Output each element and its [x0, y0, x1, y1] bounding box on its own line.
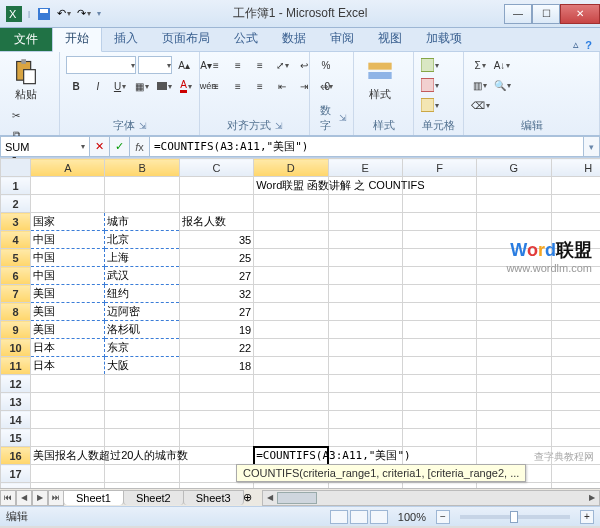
- orientation-icon[interactable]: ⤢▾: [272, 56, 292, 74]
- cell-A13[interactable]: [31, 393, 105, 411]
- row-header-9[interactable]: 9: [1, 321, 31, 339]
- cell-E11[interactable]: [328, 357, 402, 375]
- styles-button[interactable]: 样式: [360, 56, 400, 102]
- cell-H11[interactable]: [551, 357, 600, 375]
- delete-cell-icon[interactable]: ▾: [420, 76, 440, 94]
- cancel-formula-icon[interactable]: ✕: [90, 136, 110, 157]
- paste-button[interactable]: 粘贴: [6, 56, 46, 102]
- cell-E6[interactable]: [328, 267, 402, 285]
- find-select-icon[interactable]: 🔍▾: [492, 76, 512, 94]
- col-header-G[interactable]: G: [477, 159, 551, 177]
- cell-F4[interactable]: [402, 231, 476, 249]
- cell-E10[interactable]: [328, 339, 402, 357]
- redo-icon[interactable]: ↷▾: [76, 6, 92, 22]
- col-header-E[interactable]: E: [328, 159, 402, 177]
- font-launcher-icon[interactable]: ⇲: [139, 121, 147, 131]
- formula-bar-expand-icon[interactable]: ▾: [584, 136, 600, 157]
- cell-E8[interactable]: [328, 303, 402, 321]
- cell-B7[interactable]: 纽约: [105, 285, 179, 303]
- row-header-14[interactable]: 14: [1, 411, 31, 429]
- row-header-1[interactable]: 1: [1, 177, 31, 195]
- minimize-button[interactable]: —: [504, 4, 532, 24]
- cell-G12[interactable]: [477, 375, 551, 393]
- cell-E9[interactable]: [328, 321, 402, 339]
- sort-filter-icon[interactable]: A↓▾: [492, 56, 512, 74]
- cell-A11[interactable]: 日本: [31, 357, 105, 375]
- cell-G8[interactable]: [477, 303, 551, 321]
- cell-B13[interactable]: [105, 393, 179, 411]
- cell-H3[interactable]: [551, 213, 600, 231]
- cell-B4[interactable]: 北京: [105, 231, 179, 249]
- cell-D8[interactable]: [254, 303, 328, 321]
- cell-B17[interactable]: [105, 465, 179, 483]
- number-launcher-icon[interactable]: ⇲: [339, 113, 347, 123]
- col-header-B[interactable]: B: [105, 159, 179, 177]
- cell-B1[interactable]: [105, 177, 179, 195]
- cell-G6[interactable]: [477, 267, 551, 285]
- cell-E13[interactable]: [328, 393, 402, 411]
- cell-D13[interactable]: [254, 393, 328, 411]
- cell-A15[interactable]: [31, 429, 105, 447]
- cell-G18[interactable]: [477, 483, 551, 489]
- decimal-icon[interactable]: .0: [316, 77, 336, 95]
- cell-C1[interactable]: [179, 177, 253, 195]
- cell-F11[interactable]: [402, 357, 476, 375]
- cell-E5[interactable]: [328, 249, 402, 267]
- cell-B15[interactable]: [105, 429, 179, 447]
- row-header-2[interactable]: 2: [1, 195, 31, 213]
- font-name-combo[interactable]: ▾: [66, 56, 136, 74]
- formula-bar[interactable]: =COUNTIFS(A3:A11,"美国"): [150, 136, 584, 157]
- cell-H4[interactable]: [551, 231, 600, 249]
- row-header-7[interactable]: 7: [1, 285, 31, 303]
- sheet-nav-next-icon[interactable]: ▶: [32, 490, 48, 506]
- cell-C10[interactable]: 22: [179, 339, 253, 357]
- name-box[interactable]: SUM▾: [0, 136, 90, 157]
- cell-D4[interactable]: [254, 231, 328, 249]
- cell-F15[interactable]: [402, 429, 476, 447]
- align-top-icon[interactable]: ≡: [206, 56, 226, 74]
- cell-A5[interactable]: 中国: [31, 249, 105, 267]
- tab-home[interactable]: 开始: [52, 25, 102, 52]
- cell-F13[interactable]: [402, 393, 476, 411]
- horizontal-scrollbar[interactable]: ◀ ▶: [262, 490, 600, 506]
- cell-F14[interactable]: [402, 411, 476, 429]
- cell-D1[interactable]: Word联盟 函数讲解 之 COUNTIFS: [254, 177, 328, 195]
- cell-H8[interactable]: [551, 303, 600, 321]
- sheet-tab-2[interactable]: Sheet2: [123, 490, 184, 505]
- row-header-10[interactable]: 10: [1, 339, 31, 357]
- cell-H13[interactable]: [551, 393, 600, 411]
- zoom-slider[interactable]: [460, 515, 570, 519]
- cell-A14[interactable]: [31, 411, 105, 429]
- cell-B2[interactable]: [105, 195, 179, 213]
- view-page-layout-icon[interactable]: [350, 510, 368, 524]
- cell-D5[interactable]: [254, 249, 328, 267]
- zoom-in-icon[interactable]: +: [580, 510, 594, 524]
- tab-view[interactable]: 视图: [366, 26, 414, 51]
- view-page-break-icon[interactable]: [370, 510, 388, 524]
- cell-D3[interactable]: [254, 213, 328, 231]
- file-tab[interactable]: 文件: [0, 27, 52, 51]
- cell-A18[interactable]: [31, 483, 105, 489]
- insert-function-icon[interactable]: fx: [130, 136, 150, 157]
- col-header-F[interactable]: F: [402, 159, 476, 177]
- cell-G10[interactable]: [477, 339, 551, 357]
- cell-H16[interactable]: [551, 447, 600, 465]
- scroll-left-icon[interactable]: ◀: [263, 491, 277, 505]
- cell-E4[interactable]: [328, 231, 402, 249]
- new-sheet-icon[interactable]: ⊕: [243, 491, 252, 504]
- tab-data[interactable]: 数据: [270, 26, 318, 51]
- bold-icon[interactable]: B: [66, 77, 86, 95]
- italic-icon[interactable]: I: [88, 77, 108, 95]
- cell-D7[interactable]: [254, 285, 328, 303]
- cell-B10[interactable]: 东京: [105, 339, 179, 357]
- cell-A8[interactable]: 美国: [31, 303, 105, 321]
- cell-F10[interactable]: [402, 339, 476, 357]
- view-normal-icon[interactable]: [330, 510, 348, 524]
- cell-E12[interactable]: [328, 375, 402, 393]
- cell-D14[interactable]: [254, 411, 328, 429]
- cell-B3[interactable]: 城市: [105, 213, 179, 231]
- cell-B5[interactable]: 上海: [105, 249, 179, 267]
- row-header-15[interactable]: 15: [1, 429, 31, 447]
- cell-F16[interactable]: [402, 447, 476, 465]
- cell-C14[interactable]: [179, 411, 253, 429]
